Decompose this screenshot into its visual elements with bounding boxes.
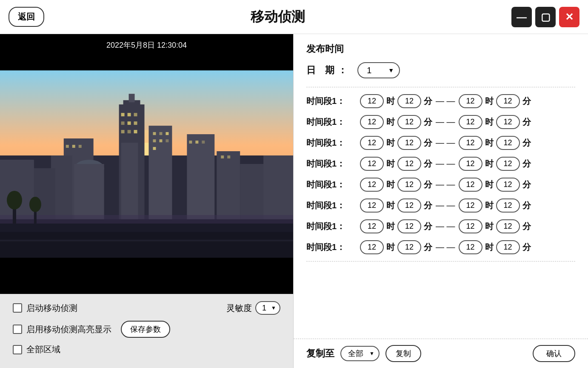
right-panel: 发布时间 日 期： 1 2 3 4 5 6 7 [294, 34, 588, 368]
time-unit-min1-3: 分 [424, 158, 432, 170]
time-m1-4[interactable] [397, 178, 421, 192]
time-m1-7[interactable] [397, 240, 421, 254]
time-h2-2[interactable] [459, 136, 482, 150]
time-m2-1[interactable] [496, 115, 520, 129]
time-h2-0[interactable] [459, 94, 482, 108]
time-h2-3[interactable] [459, 157, 482, 171]
controls-panel: 启动移动侦测 灵敏度 1 2 3 4 5 [0, 294, 293, 368]
time-m2-0[interactable] [496, 94, 520, 108]
sensitivity-select[interactable]: 1 2 3 4 5 [255, 301, 280, 315]
time-unit-hour2-7: 时 [485, 242, 494, 253]
time-slot-row-1: 时间段1： 时 分 — — 时 分 [306, 115, 575, 129]
svg-rect-17 [121, 143, 138, 224]
close-button[interactable]: ✕ [559, 7, 579, 27]
time-h2-6[interactable] [459, 219, 482, 233]
time-m2-4[interactable] [496, 178, 520, 192]
motion-detect-checkbox-wrapper[interactable]: 启动移动侦测 [13, 302, 77, 314]
svg-rect-37 [159, 132, 162, 135]
time-dash-1: — — [436, 117, 455, 127]
time-unit-hour1-4: 时 [386, 179, 395, 190]
time-m2-2[interactable] [496, 136, 520, 150]
time-h1-1[interactable] [360, 115, 384, 129]
sensitivity-select-wrapper[interactable]: 1 2 3 4 5 [255, 301, 280, 315]
time-m2-7[interactable] [496, 240, 520, 254]
time-h2-7[interactable] [459, 240, 482, 254]
time-unit-hour1-6: 时 [386, 221, 395, 232]
time-dash-0: — — [436, 96, 455, 106]
time-h1-6[interactable] [360, 219, 384, 233]
svg-rect-20 [187, 134, 214, 224]
all-area-row: 全部区域 [13, 344, 280, 355]
svg-rect-42 [153, 147, 156, 150]
svg-rect-7 [121, 113, 125, 116]
time-m1-5[interactable] [397, 198, 421, 213]
time-m1-3[interactable] [397, 157, 421, 171]
sensitivity-label: 灵敏度 [226, 302, 252, 314]
svg-rect-9 [134, 113, 137, 116]
time-slot-row-0: 时间段1： 时 分 — — 时 分 [306, 94, 575, 108]
right-scroll-area[interactable]: 发布时间 日 期： 1 2 3 4 5 6 7 [294, 34, 588, 339]
svg-rect-29 [0, 215, 293, 224]
time-unit-min1-2: 分 [424, 137, 432, 149]
time-h1-5[interactable] [360, 198, 384, 213]
time-slot-row-6: 时间段1： 时 分 — — 时 分 [306, 219, 575, 233]
time-h1-2[interactable] [360, 136, 384, 150]
save-button[interactable]: 保存参数 [121, 321, 170, 338]
maximize-button[interactable]: ▢ [535, 7, 556, 27]
time-h1-0[interactable] [360, 94, 384, 108]
all-area-checkbox-wrapper[interactable]: 全部区域 [13, 344, 60, 355]
copy-button[interactable]: 复制 [385, 345, 421, 362]
time-m2-5[interactable] [496, 198, 520, 213]
window-controls: — ▢ ✕ [511, 7, 579, 27]
time-h1-4[interactable] [360, 178, 384, 192]
time-h2-5[interactable] [459, 198, 482, 213]
time-h2-1[interactable] [459, 115, 482, 129]
time-m2-6[interactable] [496, 219, 520, 233]
svg-rect-39 [153, 139, 156, 142]
time-m1-1[interactable] [397, 115, 421, 129]
time-h2-4[interactable] [459, 178, 482, 192]
svg-rect-49 [221, 155, 224, 158]
time-slot-label-1: 时间段1： [306, 116, 357, 128]
time-dash-4: — — [436, 180, 455, 190]
all-area-checkbox[interactable] [13, 345, 22, 354]
motion-detect-checkbox[interactable] [13, 303, 22, 313]
svg-rect-41 [166, 139, 168, 142]
svg-rect-27 [74, 164, 104, 224]
time-unit-min1-7: 分 [424, 242, 432, 253]
copy-to-select[interactable]: 全部 1 2 3 [340, 346, 380, 361]
highlight-checkbox[interactable] [13, 325, 22, 334]
time-unit-min2-6: 分 [522, 221, 531, 232]
minimize-button[interactable]: — [511, 7, 532, 27]
left-panel: 2022年5月8日 12:30:04 [0, 34, 294, 368]
motion-detect-label: 启动移动侦测 [26, 302, 77, 314]
time-h1-7[interactable] [360, 240, 384, 254]
copy-to-select-wrapper[interactable]: 全部 1 2 3 [340, 346, 380, 361]
divider-bottom [306, 261, 575, 262]
confirm-button[interactable]: 确认 [533, 345, 575, 362]
date-select[interactable]: 1 2 3 4 5 6 7 [357, 62, 400, 78]
time-unit-min2-0: 分 [522, 95, 531, 107]
time-slot-row-5: 时间段1： 时 分 — — 时 分 [306, 198, 575, 213]
time-m1-6[interactable] [397, 219, 421, 233]
highlight-checkbox-wrapper[interactable]: 启用移动侦测高亮显示 [13, 324, 111, 335]
svg-point-33 [7, 191, 22, 210]
date-select-wrapper[interactable]: 1 2 3 4 5 6 7 [357, 62, 400, 78]
time-m2-3[interactable] [496, 157, 520, 171]
svg-rect-43 [66, 145, 69, 148]
svg-rect-50 [227, 155, 230, 158]
time-unit-min1-6: 分 [424, 221, 432, 232]
time-m1-0[interactable] [397, 94, 421, 108]
back-button[interactable]: 返回 [9, 7, 44, 27]
time-slot-label-0: 时间段1： [306, 95, 357, 107]
svg-rect-24 [263, 155, 293, 224]
time-m1-2[interactable] [397, 136, 421, 150]
time-unit-hour2-3: 时 [485, 158, 494, 170]
time-h1-3[interactable] [360, 157, 384, 171]
time-unit-min1-4: 分 [424, 179, 432, 190]
svg-rect-47 [195, 141, 198, 144]
time-slot-label-2: 时间段1： [306, 137, 357, 149]
time-slot-label-7: 时间段1： [306, 242, 357, 253]
svg-rect-38 [166, 132, 168, 135]
svg-rect-30 [0, 232, 293, 258]
